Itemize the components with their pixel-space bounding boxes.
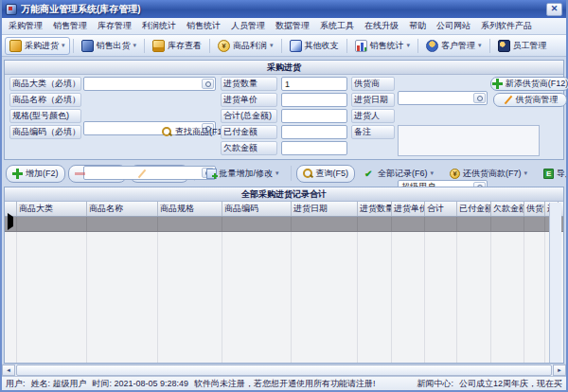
menu-purchase[interactable]: 采购管理: [9, 20, 43, 32]
total-input[interactable]: [281, 109, 347, 123]
col-name[interactable]: 商品名称: [87, 202, 158, 216]
dropdown-spinner-icon[interactable]: [202, 79, 214, 89]
window-title: 万能商业管理系统(库存管理): [21, 3, 546, 16]
note-textarea[interactable]: [398, 125, 540, 156]
price-input[interactable]: [281, 93, 347, 107]
add-button[interactable]: 增加(F2): [6, 165, 65, 183]
menu-sales-stats[interactable]: 销售统计: [186, 20, 221, 32]
menu-profit-stats[interactable]: 利润统计: [142, 20, 176, 32]
scrollbar-thumb[interactable]: [16, 365, 552, 376]
selected-empty-row[interactable]: [5, 217, 563, 232]
batch-add-icon: [206, 169, 217, 179]
sales-out-icon: [81, 40, 94, 52]
chevron-down-icon[interactable]: ▾: [407, 42, 411, 49]
menu-software-series[interactable]: 系列软件产品: [481, 20, 532, 32]
find-product-button[interactable]: 查找商品(F11): [162, 125, 229, 139]
query-button[interactable]: 查询(F5): [296, 165, 356, 183]
button-label: 增加(F2): [26, 168, 59, 180]
table-cell: [5, 232, 17, 363]
bar-chart-icon: [355, 40, 367, 52]
menu-inventory[interactable]: 库存管理: [98, 20, 132, 32]
toolbar-product-profit[interactable]: ¥ 商品利润 ▾: [213, 37, 278, 55]
col-qty[interactable]: 进货数量: [358, 202, 392, 216]
menu-bar: 采购管理 销售管理 库存管理 利润统计 销售统计 人员管理 数据管理 系统工具 …: [2, 18, 566, 35]
paid-input[interactable]: [281, 125, 347, 139]
toolbar-label: 销售出货: [97, 40, 131, 52]
category-combo[interactable]: [83, 77, 216, 91]
date-label: 进货日期: [351, 93, 395, 107]
profit-coin-icon: ¥: [218, 40, 230, 52]
qty-input[interactable]: 1: [281, 77, 347, 91]
search-icon: [162, 127, 172, 137]
register-notice[interactable]: 软件尚未注册，若您想开通使用所有功能请注册!: [194, 378, 376, 390]
toolbar-purchase-in[interactable]: 采购进货 ▾: [5, 37, 70, 55]
menu-data[interactable]: 数据管理: [275, 20, 310, 32]
toolbar-sales-stats[interactable]: 销售统计 ▾: [350, 37, 416, 55]
buyer-label: 进货人: [351, 109, 395, 123]
supplier-combo[interactable]: [398, 91, 488, 105]
col-total[interactable]: 合计: [425, 202, 457, 216]
manage-supplier-button[interactable]: 供货商管理: [493, 93, 567, 107]
chevron-down-icon[interactable]: ▾: [133, 42, 137, 49]
col-owed[interactable]: 欠款金额: [491, 202, 524, 216]
chevron-down-icon[interactable]: ▾: [478, 42, 482, 49]
chevron-down-icon[interactable]: ▾: [275, 169, 279, 177]
close-button[interactable]: ✕: [546, 3, 562, 16]
pencil-icon: [503, 95, 513, 105]
chevron-down-icon[interactable]: ▾: [524, 169, 528, 177]
menu-online-upgrade[interactable]: 在线升级: [364, 20, 399, 32]
scroll-left-icon[interactable]: ◄: [2, 365, 15, 376]
owed-input[interactable]: [281, 141, 347, 155]
toolbar-other-expense[interactable]: 其他收支: [285, 37, 344, 55]
staff-icon: [498, 40, 510, 52]
purchase-form-panel: 采购进货 商品大类（必填） 进货数量 1 供货商 新添供货商(F12) 商品名称…: [4, 60, 564, 160]
button-label: 导入/出 EXCEL(F8): [557, 168, 566, 180]
chevron-down-icon[interactable]: ▾: [62, 42, 65, 49]
total-label: 合计(总金额): [221, 109, 277, 123]
chevron-down-icon[interactable]: ▾: [270, 42, 274, 49]
menu-help[interactable]: 帮助: [409, 20, 426, 32]
menu-personnel[interactable]: 人员管理: [231, 20, 265, 32]
table-body[interactable]: [5, 232, 563, 363]
toolbar-stock-view[interactable]: 库存查看: [148, 37, 206, 55]
toolbar-separator: [73, 39, 74, 53]
col-price[interactable]: 进货单价: [392, 202, 425, 216]
table-header-row: 商品大类 商品名称 商品规格 商品编码 进货日期 进货数量 进货单价 合计 已付…: [5, 202, 563, 217]
current-row-arrow-icon: [8, 213, 13, 230]
time-text: 时间: 2021-08-05 9:28:49: [93, 378, 189, 390]
status-bar: 用户: 姓名: 超级用户 时间: 2021-08-05 9:28:49 软件尚未…: [2, 376, 566, 390]
menu-company-site[interactable]: 公司网站: [436, 20, 470, 32]
user-label: 用户:: [6, 378, 26, 390]
menu-sales[interactable]: 销售管理: [53, 20, 87, 32]
spec-combo[interactable]: [83, 166, 216, 180]
toolbar-sales-out[interactable]: 销售出货 ▾: [77, 37, 142, 55]
toolbar-separator: [209, 39, 210, 53]
toolbar-label: 客户管理: [441, 40, 475, 52]
news-ticker[interactable]: 公司成立12周年庆，现在买: [459, 378, 562, 390]
scroll-right-icon[interactable]: ►: [553, 365, 566, 376]
col-date[interactable]: 进货日期: [292, 202, 358, 216]
menu-system-tools[interactable]: 系统工具: [320, 20, 354, 32]
toolbar-customer-mgmt[interactable]: 客户管理 ▾: [421, 37, 487, 55]
excel-import-export-button[interactable]: E 导入/出 EXCEL(F8) ▾: [537, 165, 566, 183]
add-supplier-button[interactable]: 新添供货商(F12): [490, 77, 568, 91]
price-label: 进货单价: [221, 93, 277, 107]
dropdown-spinner-icon[interactable]: [473, 93, 486, 103]
col-supplier[interactable]: 供货商: [524, 202, 545, 216]
stock-box-icon: [152, 40, 165, 52]
pencil-icon: [136, 169, 147, 179]
toolbar-label: 库存查看: [168, 40, 202, 52]
toolbar-staff-mgmt[interactable]: 员工管理: [493, 37, 552, 55]
col-paid[interactable]: 已付金额: [457, 202, 491, 216]
horizontal-scrollbar[interactable]: ◄ ►: [2, 364, 566, 376]
form-section-title: 采购进货: [5, 61, 563, 75]
chevron-down-icon[interactable]: ▾: [431, 169, 435, 177]
excel-icon: E: [543, 169, 554, 179]
col-spec[interactable]: 商品规格: [158, 202, 222, 216]
app-window: 万能商业管理系统(库存管理) ✕ 采购管理 销售管理 库存管理 利润统计 销售统…: [0, 0, 568, 392]
col-code[interactable]: 商品编码: [222, 202, 292, 216]
plus-icon: [492, 79, 503, 89]
toolbar-label: 其他收支: [305, 40, 339, 52]
vertical-scrollbar[interactable]: [549, 203, 561, 363]
col-category[interactable]: 商品大类: [17, 202, 87, 216]
